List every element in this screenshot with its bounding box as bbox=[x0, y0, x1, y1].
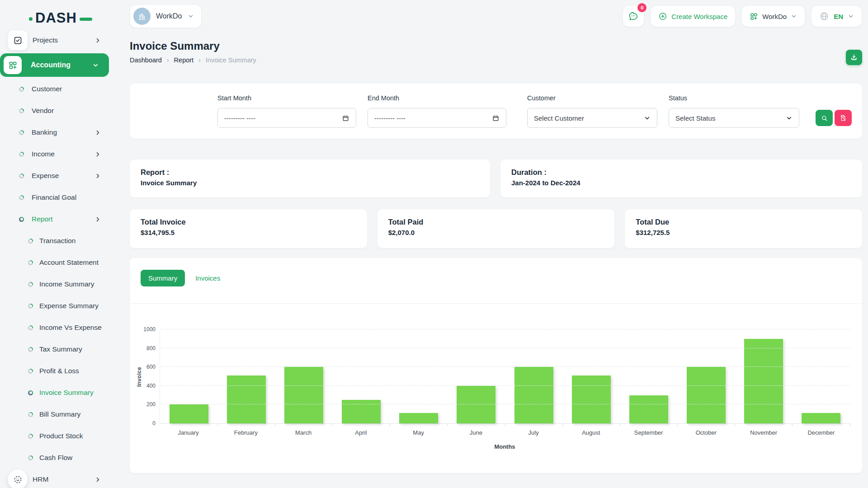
sidebar-item-bill-summary[interactable]: Bill Summary bbox=[0, 404, 118, 425]
chart-bar-september bbox=[629, 395, 668, 423]
page-title: Invoice Summary bbox=[130, 40, 256, 52]
end-month-input[interactable]: --------- ---- bbox=[368, 108, 506, 128]
workspace-menu-label: WorkDo bbox=[762, 13, 787, 20]
start-month-label: Start Month bbox=[217, 94, 251, 102]
x-axis-label-november: November bbox=[735, 429, 793, 436]
chevron-down-icon bbox=[644, 115, 651, 122]
duration-label: Duration : bbox=[511, 168, 851, 177]
sidebar-item-projects[interactable]: Projects bbox=[0, 29, 118, 51]
workspace-switcher[interactable]: WorkDo bbox=[130, 5, 202, 28]
customer-select[interactable]: Select Customer bbox=[527, 108, 657, 128]
x-axis-label-may: May bbox=[390, 429, 447, 436]
workspace-avatar bbox=[133, 8, 151, 25]
x-axis-label-january: January bbox=[160, 429, 217, 436]
download-button[interactable] bbox=[846, 50, 862, 65]
x-axis-label-july: July bbox=[505, 429, 562, 436]
sidebar-item-cash-flow[interactable]: Cash Flow bbox=[0, 447, 118, 469]
end-month-label: End Month bbox=[368, 94, 399, 102]
invoice-bar-chart: Invoice 02004006008001000 JanuaryFebruar… bbox=[160, 330, 850, 450]
chevron-icon bbox=[94, 216, 101, 223]
bullet-ring-icon bbox=[19, 130, 24, 135]
bullet-ring-icon bbox=[19, 87, 24, 92]
sidebar-item-expense-summary[interactable]: Expense Summary bbox=[0, 295, 118, 317]
sidebar-item-income[interactable]: Income bbox=[0, 143, 118, 165]
sidebar-item-income-vs-expense[interactable]: Income Vs Expense bbox=[0, 317, 118, 338]
x-axis-label-march: March bbox=[275, 429, 332, 436]
chevron-icon bbox=[94, 129, 101, 136]
sidebar-item-report[interactable]: Report bbox=[0, 208, 118, 230]
sidebar-item-product-stock[interactable]: Product Stock bbox=[0, 425, 118, 447]
page-header: Invoice Summary Dashboard› Report› Invoi… bbox=[130, 40, 256, 64]
bullet-ring-icon bbox=[19, 108, 24, 113]
messages-button[interactable]: 0 bbox=[623, 5, 644, 27]
breadcrumb-item-dashboard[interactable]: Dashboard bbox=[130, 56, 162, 64]
chevron-icon bbox=[94, 476, 101, 483]
sidebar-item-vendor[interactable]: Vendor bbox=[0, 100, 118, 122]
x-axis-label-april: April bbox=[332, 429, 390, 436]
chart-slot-july bbox=[505, 330, 562, 423]
sidebar-item-customer[interactable]: Customer bbox=[0, 78, 118, 100]
chevron-down-icon bbox=[188, 13, 194, 19]
language-selector[interactable]: EN bbox=[811, 5, 862, 27]
chart-slot-february bbox=[217, 330, 275, 423]
sidebar-item-banking[interactable]: Banking bbox=[0, 122, 118, 143]
chart-bar-december bbox=[802, 413, 840, 423]
breadcrumb-item-invoice-summary: Invoice Summary bbox=[206, 56, 256, 64]
breadcrumb-separator-icon: › bbox=[198, 56, 201, 64]
chart-bar-march bbox=[284, 367, 323, 423]
top-bar-actions: 0 Create Workspace WorkDo EN bbox=[623, 5, 862, 27]
x-axis-title: Months bbox=[160, 443, 850, 450]
tabs-divider bbox=[130, 303, 862, 304]
tab-invoices[interactable]: Invoices bbox=[188, 270, 228, 286]
workspace-menu-button[interactable]: WorkDo bbox=[741, 5, 805, 27]
start-month-input[interactable]: --------- ---- bbox=[217, 108, 356, 128]
y-axis-tick: 600 bbox=[137, 364, 156, 370]
stat-card-total-paid: Total Paid $2,070.0 bbox=[377, 209, 615, 248]
sidebar-item-transaction[interactable]: Transaction bbox=[0, 230, 118, 252]
sidebar-item-financial-goal[interactable]: Financial Goal bbox=[0, 187, 118, 208]
search-icon bbox=[821, 114, 828, 122]
chart-slot-april bbox=[333, 330, 390, 423]
chevron-icon bbox=[94, 173, 101, 179]
gridline bbox=[160, 366, 850, 367]
chart-plot: Invoice 02004006008001000 bbox=[160, 330, 850, 424]
reset-filter-button[interactable] bbox=[835, 110, 852, 126]
sidebar-item-invoice-summary[interactable]: Invoice Summary bbox=[0, 382, 118, 404]
sidebar-list: Projects Accounting Customer bbox=[0, 29, 118, 488]
chart-slot-october bbox=[678, 330, 735, 423]
y-axis-tick: 200 bbox=[137, 401, 156, 408]
sidebar-item-expense[interactable]: Expense bbox=[0, 165, 118, 187]
apply-filter-button[interactable] bbox=[816, 110, 833, 126]
bullet-ring-icon bbox=[28, 260, 33, 265]
report-value: Invoice Summary bbox=[141, 179, 479, 187]
bullet-ring-icon bbox=[19, 195, 24, 200]
file-slash-icon bbox=[840, 114, 847, 122]
sidebar-item-tax-summary[interactable]: Tax Summary bbox=[0, 338, 118, 360]
sidebar-item-profit-loss[interactable]: Profit & Loss bbox=[0, 360, 118, 382]
chart-slot-december bbox=[793, 330, 850, 423]
breadcrumb: Dashboard› Report› Invoice Summary bbox=[130, 56, 256, 64]
y-axis-tick: 400 bbox=[137, 383, 156, 389]
bullet-ring-icon bbox=[28, 412, 33, 417]
sidebar-item-accounting[interactable]: Accounting bbox=[0, 53, 109, 77]
chart-slot-may bbox=[390, 330, 448, 423]
bullet-ring-icon bbox=[19, 217, 24, 222]
bullet-ring-icon bbox=[28, 369, 33, 374]
language-code: EN bbox=[834, 13, 843, 20]
create-workspace-button[interactable]: Create Workspace bbox=[650, 5, 736, 27]
chevron-icon bbox=[94, 37, 101, 44]
breadcrumb-item-report[interactable]: Report bbox=[174, 56, 194, 64]
x-axis-label-august: August bbox=[562, 429, 620, 436]
totals-row: Total Invoice $314,795.5 Total Paid $2,0… bbox=[130, 209, 862, 248]
bullet-ring-icon bbox=[28, 325, 33, 330]
globe-icon bbox=[819, 11, 829, 21]
plus-circle-icon bbox=[658, 12, 667, 21]
status-select[interactable]: Select Status bbox=[669, 108, 799, 128]
sidebar-item-hrm[interactable]: HRM bbox=[0, 469, 118, 488]
sidebar-item-account-statement[interactable]: Account Statement bbox=[0, 252, 118, 273]
y-axis-tick: 800 bbox=[137, 345, 156, 352]
sidebar-item-income-summary[interactable]: Income Summary bbox=[0, 273, 118, 295]
tab-summary[interactable]: Summary bbox=[141, 270, 185, 286]
bullet-ring-icon bbox=[28, 455, 33, 460]
report-card: Report : Invoice Summary bbox=[130, 160, 490, 197]
